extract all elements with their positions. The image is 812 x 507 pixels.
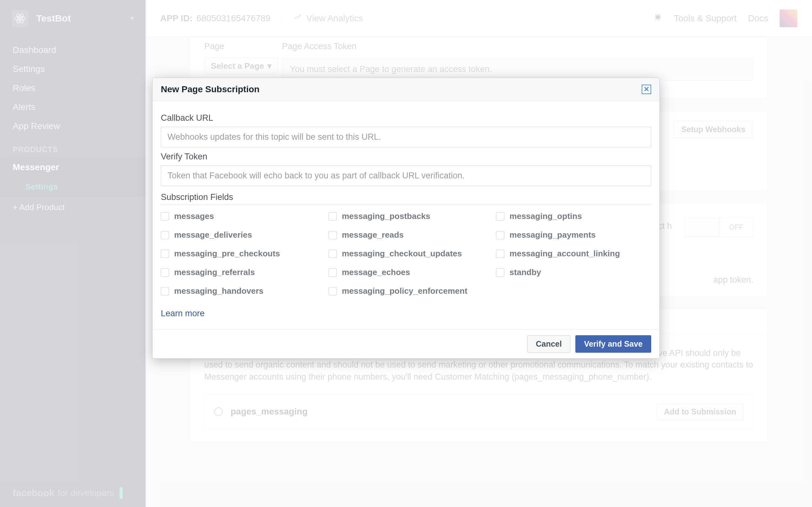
subscription-field-messaging_handovers[interactable]: messaging_handovers	[161, 286, 316, 296]
checkbox-icon[interactable]	[161, 231, 169, 239]
modal-overlay: New Page Subscription ✕ Callback URL Ver…	[0, 0, 812, 507]
subscription-field-messaging_account_linking[interactable]: messaging_account_linking	[496, 249, 651, 259]
subscription-field-messaging_referrals[interactable]: messaging_referrals	[161, 268, 316, 277]
subscription-field-messages[interactable]: messages	[161, 211, 316, 221]
checkbox-icon[interactable]	[328, 231, 337, 239]
subscription-field-message_deliveries[interactable]: message_deliveries	[161, 230, 316, 240]
subscription-field-label: messaging_checkout_updates	[342, 249, 462, 259]
verify-and-save-button[interactable]: Verify and Save	[575, 335, 651, 353]
subscription-field-messaging_optins[interactable]: messaging_optins	[496, 211, 651, 221]
checkbox-icon[interactable]	[161, 250, 169, 258]
callback-url-input[interactable]	[161, 127, 651, 147]
subscription-field-label: message_echoes	[342, 268, 410, 277]
checkbox-icon[interactable]	[328, 287, 337, 295]
subscription-field-label: message_deliveries	[174, 230, 252, 240]
subscription-field-label: messaging_pre_checkouts	[174, 249, 280, 259]
checkbox-icon[interactable]	[328, 250, 337, 258]
checkbox-icon[interactable]	[496, 231, 504, 239]
subscription-field-label: messaging_postbacks	[342, 211, 430, 221]
subscription-field-label: messaging_policy_enforcement	[342, 286, 467, 296]
modal-title: New Page Subscription	[161, 84, 259, 95]
subscription-field-message_reads[interactable]: message_reads	[328, 230, 484, 240]
close-icon[interactable]: ✕	[642, 84, 651, 94]
checkbox-icon[interactable]	[328, 268, 337, 277]
subscription-field-label: messages	[174, 211, 214, 221]
subscription-field-label: messaging_handovers	[174, 286, 264, 296]
checkbox-icon[interactable]	[161, 212, 169, 221]
learn-more-link[interactable]: Learn more	[161, 305, 205, 326]
new-page-subscription-modal: New Page Subscription ✕ Callback URL Ver…	[152, 78, 660, 359]
subscription-field-message_echoes[interactable]: message_echoes	[328, 268, 484, 277]
subscription-field-label: message_reads	[342, 230, 404, 240]
subscription-field-messaging_checkout_updates[interactable]: messaging_checkout_updates	[328, 249, 484, 259]
subscription-fields-grid: messagesmessaging_postbacksmessaging_opt…	[161, 205, 651, 305]
subscription-field-messaging_postbacks[interactable]: messaging_postbacks	[328, 211, 484, 221]
subscription-field-messaging_payments[interactable]: messaging_payments	[496, 230, 651, 240]
checkbox-icon[interactable]	[496, 212, 504, 221]
verify-token-label: Verify Token	[161, 152, 651, 162]
cancel-button[interactable]: Cancel	[527, 335, 570, 353]
subscription-fields-label: Subscription Fields	[161, 192, 651, 205]
modal-footer: Cancel Verify and Save	[153, 329, 659, 358]
subscription-field-messaging_policy_enforcement[interactable]: messaging_policy_enforcement	[328, 286, 484, 296]
modal-body: Callback URL Verify Token Subscription F…	[153, 101, 659, 329]
subscription-field-standby[interactable]: standby	[496, 268, 651, 277]
checkbox-icon[interactable]	[496, 250, 504, 258]
checkbox-icon[interactable]	[161, 287, 169, 295]
verify-token-input[interactable]	[161, 165, 651, 186]
subscription-field-messaging_pre_checkouts[interactable]: messaging_pre_checkouts	[161, 249, 316, 259]
subscription-field-label: messaging_payments	[509, 230, 596, 240]
subscription-field-label: messaging_referrals	[174, 268, 255, 277]
checkbox-icon[interactable]	[328, 212, 337, 221]
subscription-field-label: messaging_account_linking	[509, 249, 620, 259]
callback-url-label: Callback URL	[161, 113, 651, 123]
checkbox-icon[interactable]	[161, 268, 169, 277]
subscription-field-label: messaging_optins	[509, 211, 582, 221]
subscription-field-label: standby	[509, 268, 541, 277]
modal-header: New Page Subscription ✕	[153, 78, 659, 101]
checkbox-icon[interactable]	[496, 268, 504, 277]
